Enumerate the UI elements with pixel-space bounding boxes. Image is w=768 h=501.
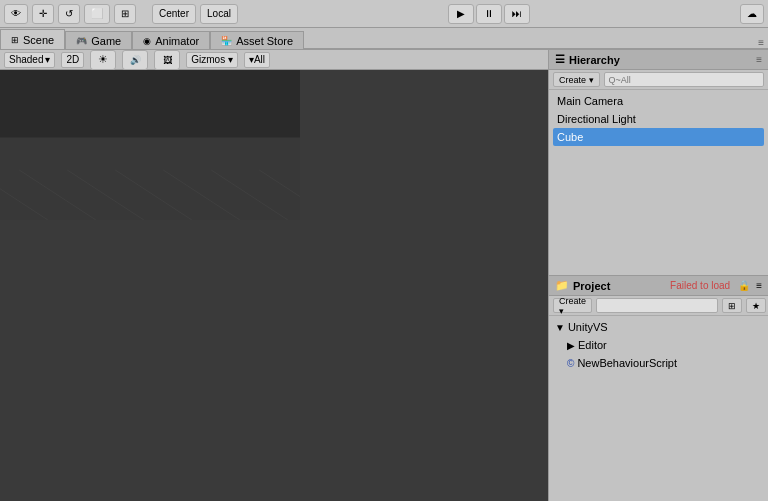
- transform-button[interactable]: ⊞: [114, 4, 136, 24]
- tab-scene[interactable]: ⊞ Scene: [0, 29, 65, 49]
- light-icon: ☀: [98, 53, 108, 66]
- top-toolbar: 👁 ✛ ↺ ⬜ ⊞ Center Local ▶ ⏸ ⏭ ☁: [0, 0, 768, 28]
- hierarchy-panel: ☰ Hierarchy ≡ Create ▾ Main Camera Direc…: [549, 50, 768, 276]
- scene-tab-icon: ⊞: [11, 35, 19, 45]
- rotate-button[interactable]: ↺: [58, 4, 80, 24]
- filter-icon: ⊞: [728, 301, 736, 311]
- project-star-button[interactable]: ★: [746, 298, 766, 313]
- main-content: Shaded ▾ 2D ☀ 🔊 🖼 Gizmos ▾ ▾All: [0, 50, 768, 501]
- gizmos-label: Gizmos ▾: [191, 54, 233, 65]
- grid-background: Y X Z ◄ Persp ☁: [0, 70, 300, 220]
- scene-toolbar: Shaded ▾ 2D ☀ 🔊 🖼 Gizmos ▾ ▾All: [0, 50, 548, 70]
- step-button[interactable]: ⏭: [504, 4, 530, 24]
- hierarchy-create-label: Create ▾: [559, 75, 594, 85]
- rect-icon: ⬜: [91, 8, 103, 19]
- cloud-button[interactable]: ☁: [740, 4, 764, 24]
- hierarchy-items-list: Main Camera Directional Light Cube: [549, 90, 768, 148]
- asset-tab-icon: 🏪: [221, 36, 232, 46]
- editor-label: Editor: [578, 339, 607, 351]
- project-header: 📁 Project Failed to load 🔒 ≡: [549, 276, 768, 296]
- shaded-label: Shaded: [9, 54, 43, 65]
- project-folder-icon: 📁: [555, 279, 569, 292]
- hierarchy-item-directional-light[interactable]: Directional Light: [553, 110, 764, 128]
- cloud-icon: ☁: [747, 8, 757, 19]
- asset-tab-label: Asset Store: [236, 35, 293, 47]
- eye-button[interactable]: 👁: [4, 4, 28, 24]
- rotate-icon: ↺: [65, 8, 73, 19]
- shaded-dropdown[interactable]: Shaded ▾: [4, 52, 55, 68]
- hierarchy-header: ☰ Hierarchy ≡: [549, 50, 768, 70]
- pause-button[interactable]: ⏸: [476, 4, 502, 24]
- rect-button[interactable]: ⬜: [84, 4, 110, 24]
- tab-asset-store[interactable]: 🏪 Asset Store: [210, 31, 304, 49]
- gizmos-dropdown[interactable]: Gizmos ▾: [186, 52, 238, 68]
- play-icon: ▶: [457, 8, 465, 19]
- image-toggle[interactable]: 🖼: [154, 50, 180, 70]
- all-dropdown[interactable]: ▾All: [244, 52, 270, 68]
- unityvs-label: UnityVS: [568, 321, 608, 333]
- hierarchy-item-main-camera[interactable]: Main Camera: [553, 92, 764, 110]
- folder-icon-editor: ▶: [567, 340, 575, 351]
- hierarchy-icon: ☰: [555, 53, 565, 66]
- project-search-input[interactable]: [596, 298, 718, 313]
- tab-game[interactable]: 🎮 Game: [65, 31, 132, 49]
- pause-icon: ⏸: [484, 8, 494, 19]
- cube-label: Cube: [557, 131, 583, 143]
- project-item-unityvs[interactable]: ▼ UnityVS: [553, 318, 764, 336]
- hierarchy-toolbar: Create ▾: [549, 70, 768, 90]
- project-lock-icon[interactable]: 🔒: [738, 280, 750, 291]
- audio-icon: 🔊: [130, 55, 141, 65]
- project-create-button[interactable]: Create ▾: [553, 298, 592, 313]
- move-button[interactable]: ✛: [32, 4, 54, 24]
- local-label: Local: [207, 8, 231, 19]
- hierarchy-menu-icon[interactable]: ≡: [756, 54, 762, 65]
- local-button[interactable]: Local: [200, 4, 238, 24]
- file-icon: ©: [567, 358, 574, 369]
- project-filter-button[interactable]: ⊞: [722, 298, 742, 313]
- shaded-arrow: ▾: [45, 54, 50, 65]
- svg-rect-1: [0, 70, 300, 138]
- star-icon: ★: [752, 301, 760, 311]
- project-title: Project: [573, 280, 610, 292]
- light-toggle[interactable]: ☀: [90, 50, 116, 70]
- project-create-label: Create ▾: [559, 296, 586, 316]
- center-button[interactable]: Center: [152, 4, 196, 24]
- twod-button[interactable]: 2D: [61, 52, 84, 68]
- animator-tab-icon: ◉: [143, 36, 151, 46]
- directional-light-label: Directional Light: [557, 113, 636, 125]
- play-button[interactable]: ▶: [448, 4, 474, 24]
- playback-controls: ▶ ⏸ ⏭: [448, 4, 530, 24]
- hierarchy-search-input[interactable]: [604, 72, 764, 87]
- eye-icon: 👁: [11, 8, 21, 19]
- tab-bar: ⊞ Scene 🎮 Game ◉ Animator 🏪 Asset Store …: [0, 28, 768, 50]
- project-menu-icon[interactable]: ≡: [756, 280, 762, 291]
- transform-icon: ⊞: [121, 8, 129, 19]
- right-panel: ☰ Hierarchy ≡ Create ▾ Main Camera Direc…: [548, 50, 768, 501]
- scene-tab-label: Scene: [23, 34, 54, 46]
- all-label: ▾All: [249, 54, 265, 65]
- step-icon: ⏭: [512, 8, 522, 19]
- hierarchy-item-cube[interactable]: Cube: [553, 128, 764, 146]
- game-tab-icon: 🎮: [76, 36, 87, 46]
- hierarchy-title: Hierarchy: [569, 54, 620, 66]
- tab-animator[interactable]: ◉ Animator: [132, 31, 210, 49]
- scene-viewport[interactable]: Y X Z ◄ Persp ☁: [0, 70, 548, 501]
- animator-tab-label: Animator: [155, 35, 199, 47]
- center-label: Center: [159, 8, 189, 19]
- folder-icon: ▼: [555, 322, 565, 333]
- twod-label: 2D: [66, 54, 79, 65]
- main-camera-label: Main Camera: [557, 95, 623, 107]
- project-item-newbehaviour[interactable]: © NewBehaviourScript: [553, 354, 764, 372]
- hierarchy-create-button[interactable]: Create ▾: [553, 72, 600, 87]
- project-toolbar: Create ▾ ⊞ ★: [549, 296, 768, 316]
- project-items-list: ▼ UnityVS ▶ Editor © NewBehaviourScript: [549, 316, 768, 374]
- game-tab-label: Game: [91, 35, 121, 47]
- project-failed-label: Failed to load: [670, 280, 730, 291]
- project-item-editor[interactable]: ▶ Editor: [553, 336, 764, 354]
- move-icon: ✛: [39, 8, 47, 19]
- newbehaviour-label: NewBehaviourScript: [577, 357, 677, 369]
- project-panel: 📁 Project Failed to load 🔒 ≡ Create ▾ ⊞ …: [549, 276, 768, 501]
- audio-toggle[interactable]: 🔊: [122, 50, 148, 70]
